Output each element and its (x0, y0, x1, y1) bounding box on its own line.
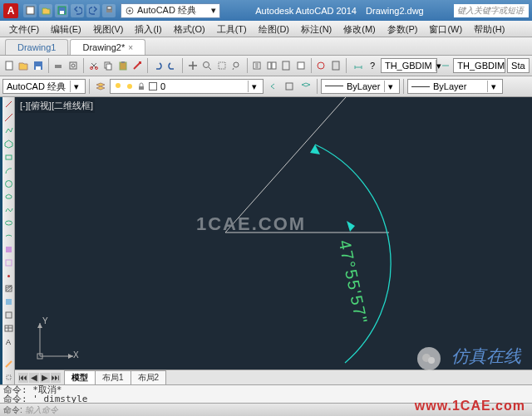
save-icon[interactable] (55, 4, 68, 17)
svg-rect-16 (106, 64, 111, 70)
paste-icon[interactable] (116, 58, 130, 73)
copy-icon[interactable] (101, 58, 115, 73)
layer-dropdown[interactable]: 0 ▾ (110, 79, 264, 94)
table-icon[interactable] (2, 323, 15, 335)
wechat-icon (417, 347, 441, 370)
redo-icon[interactable] (86, 4, 100, 17)
rectangle-icon[interactable] (2, 151, 15, 163)
polygon-icon[interactable] (2, 139, 15, 150)
layout-tab-model[interactable]: 模型 (64, 370, 96, 385)
layout-tab-1[interactable]: 布局1 (95, 370, 131, 385)
layer-states-icon[interactable] (282, 79, 297, 94)
menu-help[interactable]: 帮助(H) (468, 21, 510, 37)
svg-rect-0 (27, 7, 34, 14)
match-prop-icon[interactable] (131, 58, 145, 73)
mtext-icon[interactable]: A (2, 335, 15, 347)
line-icon[interactable] (2, 99, 15, 110)
next-layout-icon[interactable]: ▶ (40, 373, 50, 383)
dim-linear-icon[interactable] (352, 58, 365, 73)
menu-dimension[interactable]: 标注(N) (295, 21, 337, 37)
layer-iso-icon[interactable] (298, 79, 313, 94)
print-icon[interactable] (102, 4, 116, 17)
prev-layout-icon[interactable]: ◀ (29, 373, 39, 383)
close-tab-icon[interactable]: × (128, 43, 133, 52)
new-icon[interactable] (23, 4, 37, 17)
undo-icon[interactable] (71, 4, 84, 17)
dimstyle-dropdown-2[interactable]: TH_GBDIM ▾ (453, 58, 505, 73)
measure-icon[interactable] (2, 358, 15, 370)
pan-icon[interactable] (186, 58, 200, 73)
linetype-dropdown[interactable]: ByLayer ▾ (321, 79, 400, 94)
svg-point-39 (7, 275, 10, 277)
new-file-icon[interactable] (2, 58, 16, 73)
markup-icon[interactable] (315, 58, 328, 73)
save-file-icon[interactable] (32, 58, 45, 73)
arc-icon[interactable] (2, 164, 15, 176)
region-icon[interactable] (2, 310, 15, 321)
gradient-icon[interactable] (2, 296, 15, 308)
dim-update-icon[interactable] (439, 58, 452, 73)
menu-parametric[interactable]: 参数(P) (382, 21, 424, 37)
menu-insert[interactable]: 插入(I) (129, 21, 167, 37)
layout-tab-2[interactable]: 布局2 (131, 370, 167, 385)
menu-file[interactable]: 文件(F) (3, 21, 45, 37)
layers-toolbar: AutoCAD 经典 ▾ 0 ▾ ByLayer ▾ ByLayer ▾ (0, 76, 532, 97)
xline-icon[interactable] (2, 112, 15, 124)
menu-draw[interactable]: 绘图(D) (253, 21, 295, 37)
undo-std-icon[interactable] (151, 58, 165, 73)
open-icon[interactable] (39, 4, 52, 17)
insert-block-icon[interactable] (2, 243, 15, 255)
file-tab-active[interactable]: Drawing2*× (70, 39, 145, 55)
ellipse-arc-icon[interactable] (2, 231, 15, 242)
menu-edit[interactable]: 编辑(E) (45, 21, 87, 37)
cut-icon[interactable] (87, 58, 101, 73)
make-block-icon[interactable] (2, 257, 15, 268)
first-layout-icon[interactable]: ⏮ (18, 373, 28, 383)
circle-icon[interactable] (2, 178, 15, 189)
plot-preview-icon[interactable] (66, 58, 80, 73)
ellipse-icon[interactable] (2, 218, 15, 229)
lineweight-dropdown[interactable]: ByLayer ▾ (407, 79, 503, 94)
chevron-down-icon: ▾ (211, 5, 216, 16)
design-center-icon[interactable] (265, 58, 278, 73)
zoom-prev-icon[interactable] (230, 58, 244, 73)
revcloud-icon[interactable] (2, 191, 15, 203)
menu-format[interactable]: 格式(O) (168, 21, 211, 37)
svg-rect-32 (139, 86, 144, 90)
menu-tools[interactable]: 工具(T) (211, 21, 253, 37)
last-layout-icon[interactable]: ⏭ (51, 373, 61, 383)
pline-icon[interactable] (2, 125, 15, 137)
app-menu-icon[interactable]: A (3, 3, 18, 18)
zoom-realtime-icon[interactable] (201, 58, 214, 73)
search-input[interactable]: 键入关键字或短语 (454, 4, 529, 17)
qcalc-icon[interactable] (329, 58, 342, 73)
watermark-text: 1CAE.COM (196, 213, 306, 235)
command-input-prompt[interactable]: 命令: 输入命令 (0, 404, 62, 416)
addselected-icon[interactable] (2, 371, 15, 383)
file-tab[interactable]: Drawing1 (5, 39, 68, 55)
open-file-icon[interactable] (17, 58, 31, 73)
spline-icon[interactable] (2, 204, 15, 216)
zoom-window-icon[interactable] (215, 58, 229, 73)
sheet-set-icon[interactable] (294, 58, 308, 73)
workspace-dropdown[interactable]: AutoCAD 经典 ▾ (121, 3, 220, 18)
redo-std-icon[interactable] (166, 58, 180, 73)
credit-url: www.1CAE.com (415, 399, 525, 414)
hatch-icon[interactable] (2, 283, 15, 295)
layer-prev-icon[interactable] (265, 79, 280, 94)
annotative-dropdown[interactable]: Sta (507, 58, 530, 73)
menu-modify[interactable]: 修改(M) (337, 21, 382, 37)
svg-rect-21 (219, 62, 225, 69)
drawing-area[interactable]: [-][俯视][二维线框] 1CAE.COM 47°55'57" Y X (15, 97, 532, 384)
menu-view[interactable]: 视图(V) (87, 21, 130, 37)
draw-toolbar: A (0, 97, 15, 384)
workspace-combo[interactable]: AutoCAD 经典 ▾ (2, 79, 86, 94)
tool-palettes-icon[interactable] (280, 58, 293, 73)
dimstyle-dropdown-1[interactable]: TH_GBDIM ▾ (381, 58, 437, 73)
help-icon[interactable]: ? (366, 58, 379, 73)
layer-manager-icon[interactable] (93, 79, 108, 94)
menu-window[interactable]: 窗口(W) (423, 21, 468, 37)
point-icon[interactable] (2, 270, 15, 281)
properties-icon[interactable] (250, 58, 264, 73)
plot-icon[interactable] (52, 58, 66, 73)
